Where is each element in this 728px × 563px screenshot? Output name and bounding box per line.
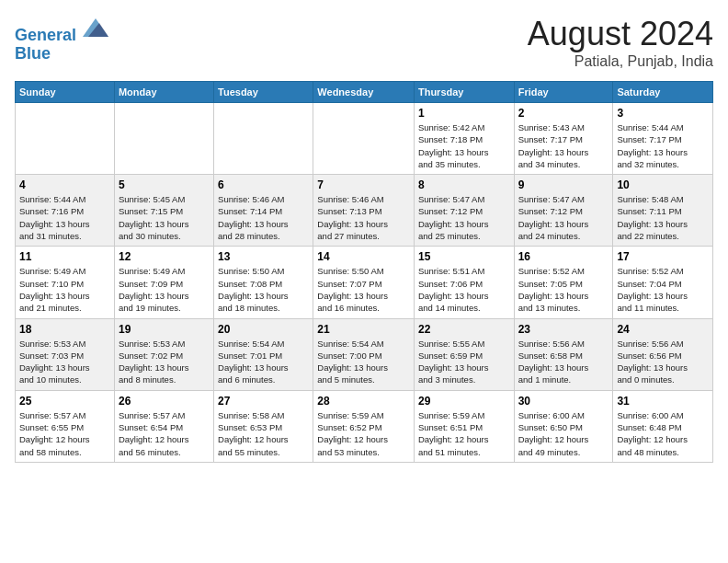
header-sunday: Sunday [16,82,115,103]
day-number: 28 [317,395,410,408]
day-info: Sunrise: 5:52 AM Sunset: 7:04 PM Dayligh… [617,265,709,314]
day-number: 16 [518,250,609,263]
day-number: 17 [617,250,709,263]
day-number: 30 [518,395,609,408]
day-info: Sunrise: 5:54 AM Sunset: 7:01 PM Dayligh… [218,338,309,386]
day-info: Sunrise: 6:00 AM Sunset: 6:48 PM Dayligh… [617,409,709,458]
calendar-cell: 15Sunrise: 5:51 AM Sunset: 7:06 PM Dayli… [414,247,514,318]
week-row-1: 1Sunrise: 5:42 AM Sunset: 7:18 PM Daylig… [16,103,713,175]
day-number: 15 [418,250,510,263]
calendar-header-row: SundayMondayTuesdayWednesdayThursdayFrid… [16,82,713,103]
day-info: Sunrise: 5:46 AM Sunset: 7:13 PM Dayligh… [317,193,410,242]
day-info: Sunrise: 5:52 AM Sunset: 7:05 PM Dayligh… [518,265,609,314]
calendar-cell: 29Sunrise: 5:59 AM Sunset: 6:51 PM Dayli… [414,390,514,462]
day-info: Sunrise: 5:56 AM Sunset: 6:58 PM Dayligh… [518,338,609,386]
day-info: Sunrise: 5:57 AM Sunset: 6:54 PM Dayligh… [119,409,210,458]
day-number: 19 [119,323,210,336]
week-row-5: 25Sunrise: 5:57 AM Sunset: 6:55 PM Dayli… [16,390,713,462]
day-info: Sunrise: 5:42 AM Sunset: 7:18 PM Dayligh… [418,121,510,170]
day-info: Sunrise: 5:48 AM Sunset: 7:11 PM Dayligh… [617,193,709,242]
logo-line2: Blue [15,45,108,63]
day-number: 29 [418,395,510,408]
day-number: 18 [19,323,110,336]
calendar-cell: 6Sunrise: 5:46 AM Sunset: 7:14 PM Daylig… [214,175,313,247]
calendar-cell: 11Sunrise: 5:49 AM Sunset: 7:10 PM Dayli… [16,247,115,318]
day-info: Sunrise: 5:47 AM Sunset: 7:12 PM Dayligh… [418,193,510,242]
logo-icon [83,15,108,40]
day-number: 8 [418,178,510,191]
day-number: 4 [19,178,110,191]
calendar-cell: 17Sunrise: 5:52 AM Sunset: 7:04 PM Dayli… [613,247,713,318]
day-info: Sunrise: 5:45 AM Sunset: 7:15 PM Dayligh… [119,193,210,242]
logo: General Blue [15,15,108,63]
calendar-cell: 13Sunrise: 5:50 AM Sunset: 7:08 PM Dayli… [214,247,313,318]
day-number: 14 [317,250,410,263]
day-info: Sunrise: 5:44 AM Sunset: 7:16 PM Dayligh… [19,193,110,242]
day-info: Sunrise: 5:47 AM Sunset: 7:12 PM Dayligh… [518,193,609,242]
calendar-cell: 21Sunrise: 5:54 AM Sunset: 7:00 PM Dayli… [313,318,415,390]
day-info: Sunrise: 5:57 AM Sunset: 6:55 PM Dayligh… [19,409,110,458]
day-number: 23 [518,323,609,336]
calendar-cell: 22Sunrise: 5:55 AM Sunset: 6:59 PM Dayli… [414,318,514,390]
calendar-cell: 24Sunrise: 5:56 AM Sunset: 6:56 PM Dayli… [613,318,713,390]
calendar-cell [214,103,313,175]
week-row-3: 11Sunrise: 5:49 AM Sunset: 7:10 PM Dayli… [16,247,713,318]
day-info: Sunrise: 6:00 AM Sunset: 6:50 PM Dayligh… [518,409,609,458]
calendar-cell: 19Sunrise: 5:53 AM Sunset: 7:02 PM Dayli… [114,318,213,390]
calendar-cell: 23Sunrise: 5:56 AM Sunset: 6:58 PM Dayli… [514,318,613,390]
page-header: General Blue August 2024 Patiala, Punjab… [15,15,713,70]
day-info: Sunrise: 5:55 AM Sunset: 6:59 PM Dayligh… [418,338,510,386]
calendar-cell: 4Sunrise: 5:44 AM Sunset: 7:16 PM Daylig… [16,175,115,247]
day-info: Sunrise: 5:50 AM Sunset: 7:08 PM Dayligh… [218,265,309,314]
calendar-cell: 18Sunrise: 5:53 AM Sunset: 7:03 PM Dayli… [16,318,115,390]
day-number: 2 [518,107,609,120]
day-number: 1 [418,107,510,120]
calendar-cell: 20Sunrise: 5:54 AM Sunset: 7:01 PM Dayli… [214,318,313,390]
day-info: Sunrise: 5:49 AM Sunset: 7:10 PM Dayligh… [19,265,110,314]
calendar-cell: 10Sunrise: 5:48 AM Sunset: 7:11 PM Dayli… [613,175,713,247]
calendar-table: SundayMondayTuesdayWednesdayThursdayFrid… [15,81,713,463]
calendar-cell: 27Sunrise: 5:58 AM Sunset: 6:53 PM Dayli… [214,390,313,462]
calendar-cell: 16Sunrise: 5:52 AM Sunset: 7:05 PM Dayli… [514,247,613,318]
day-number: 6 [218,178,309,191]
day-number: 27 [218,395,309,408]
day-info: Sunrise: 5:44 AM Sunset: 7:17 PM Dayligh… [617,121,709,170]
calendar-cell: 7Sunrise: 5:46 AM Sunset: 7:13 PM Daylig… [313,175,415,247]
logo-text: General [15,15,108,45]
calendar-cell [16,103,115,175]
day-number: 25 [19,395,110,408]
header-wednesday: Wednesday [313,82,415,103]
calendar-cell: 25Sunrise: 5:57 AM Sunset: 6:55 PM Dayli… [16,390,115,462]
calendar-cell [114,103,213,175]
day-number: 31 [617,395,709,408]
calendar-cell: 5Sunrise: 5:45 AM Sunset: 7:15 PM Daylig… [114,175,213,247]
calendar-cell: 28Sunrise: 5:59 AM Sunset: 6:52 PM Dayli… [313,390,415,462]
day-number: 24 [617,323,709,336]
calendar-cell: 31Sunrise: 6:00 AM Sunset: 6:48 PM Dayli… [613,390,713,462]
calendar-cell: 2Sunrise: 5:43 AM Sunset: 7:17 PM Daylig… [514,103,613,175]
day-number: 13 [218,250,309,263]
calendar-cell [313,103,415,175]
day-info: Sunrise: 5:56 AM Sunset: 6:56 PM Dayligh… [617,338,709,386]
calendar-cell: 1Sunrise: 5:42 AM Sunset: 7:18 PM Daylig… [414,103,514,175]
header-friday: Friday [514,82,613,103]
month-title: August 2024 [528,15,713,53]
day-info: Sunrise: 5:53 AM Sunset: 7:03 PM Dayligh… [19,338,110,386]
day-number: 3 [617,107,709,120]
header-monday: Monday [114,82,213,103]
calendar-cell: 26Sunrise: 5:57 AM Sunset: 6:54 PM Dayli… [114,390,213,462]
day-info: Sunrise: 5:59 AM Sunset: 6:52 PM Dayligh… [317,409,410,458]
header-tuesday: Tuesday [214,82,313,103]
day-number: 11 [19,250,110,263]
day-info: Sunrise: 5:46 AM Sunset: 7:14 PM Dayligh… [218,193,309,242]
day-info: Sunrise: 5:54 AM Sunset: 7:00 PM Dayligh… [317,338,410,386]
day-number: 9 [518,178,609,191]
day-info: Sunrise: 5:49 AM Sunset: 7:09 PM Dayligh… [119,265,210,314]
header-thursday: Thursday [414,82,514,103]
day-number: 22 [418,323,510,336]
week-row-2: 4Sunrise: 5:44 AM Sunset: 7:16 PM Daylig… [16,175,713,247]
calendar-cell: 9Sunrise: 5:47 AM Sunset: 7:12 PM Daylig… [514,175,613,247]
calendar-cell: 30Sunrise: 6:00 AM Sunset: 6:50 PM Dayli… [514,390,613,462]
day-info: Sunrise: 5:51 AM Sunset: 7:06 PM Dayligh… [418,265,510,314]
day-info: Sunrise: 5:58 AM Sunset: 6:53 PM Dayligh… [218,409,309,458]
